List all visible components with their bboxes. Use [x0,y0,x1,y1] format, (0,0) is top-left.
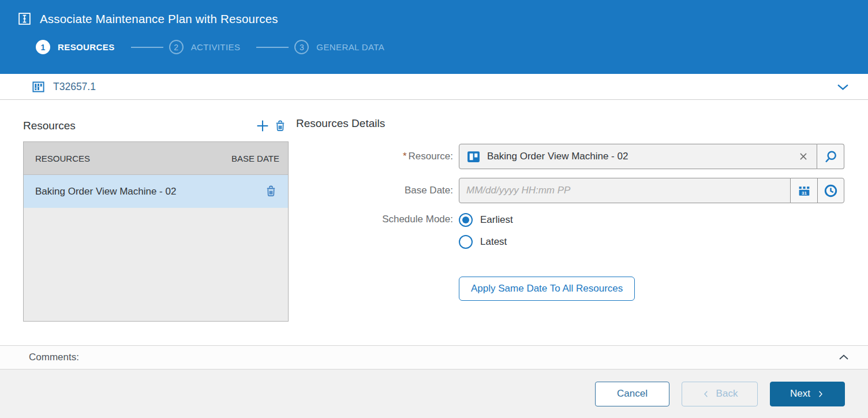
page-title: Associate Maintenance Plan with Resource… [40,12,278,26]
resources-table: RESOURCES BASE DATE Baking Order View Ma… [23,141,289,322]
wizard-stepper: 1 RESOURCES 2 ACTIVITIES 3 GENERAL DATA [36,40,868,54]
plan-chart-icon [32,80,45,94]
resource-label: *Resource: [296,151,459,162]
dialog-footer: Cancel Back Next [0,370,868,418]
step-connector [256,47,289,48]
resources-table-header: RESOURCES BASE DATE [24,142,288,175]
schedule-mode-options: Earliest Latest [459,212,513,249]
required-marker: * [403,151,407,162]
main-content: Resources [0,100,868,345]
step-connector [131,47,163,48]
calendar-picker-button[interactable]: 31 [791,178,818,203]
schedule-mode-row: Schedule Mode: Earliest Latest [296,212,844,249]
radio-latest[interactable]: Latest [459,235,513,249]
time-picker-button[interactable] [817,178,844,203]
column-header-base-date: BASE DATE [231,154,279,163]
radio-earliest-circle[interactable] [459,213,473,227]
add-resource-button[interactable] [254,117,271,135]
resource-search-button[interactable] [817,144,844,169]
resources-panel-title: Resources [23,120,254,132]
chevron-up-icon[interactable] [837,350,851,364]
column-header-resources: RESOURCES [35,154,231,163]
step-resources[interactable]: 1 RESOURCES [36,40,115,54]
step-activities[interactable]: 2 ACTIVITIES [169,40,241,54]
base-date-field-row: Base Date: 31 [296,178,844,203]
resources-details-section: Resources Details *Resource: Baking Or [289,115,844,345]
radio-earliest[interactable]: Earliest [459,213,513,227]
resources-list-section: Resources [23,115,289,345]
base-date-label: Base Date: [296,185,459,196]
resource-type-icon [466,150,481,164]
details-title: Resources Details [296,117,844,130]
schedule-mode-label: Schedule Mode: [296,212,459,225]
clear-resource-icon[interactable] [797,150,810,163]
chevron-down-icon[interactable] [835,79,851,95]
resource-row-name: Baking Order View Machine - 02 [35,186,262,197]
resource-value: Baking Order View Machine - 02 [487,151,791,162]
step-number: 1 [36,40,50,54]
cancel-button[interactable]: Cancel [595,382,669,406]
associate-maintenance-plan-dialog: Associate Maintenance Plan with Resource… [0,0,868,418]
plan-id[interactable]: T32657.1 [53,81,96,93]
apply-same-date-button[interactable]: Apply Same Date To All Resources [459,277,635,301]
step-label: RESOURCES [58,42,115,52]
resource-input[interactable]: Baking Order View Machine - 02 [459,144,817,169]
maintenance-plan-icon [17,12,32,26]
step-number: 3 [294,40,309,54]
step-number: 2 [169,40,184,54]
dialog-header: Associate Maintenance Plan with Resource… [0,0,868,74]
svg-text:31: 31 [802,190,807,195]
resource-field-row: *Resource: Baking Order View Machine - 0… [296,144,844,169]
radio-latest-circle[interactable] [459,235,473,249]
row-delete-button[interactable] [262,183,279,200]
step-label: GENERAL DATA [316,42,384,52]
chevron-right-icon [816,390,825,398]
back-button[interactable]: Back [682,382,758,406]
comments-label: Comments: [29,352,79,363]
base-date-input[interactable] [459,178,791,203]
plan-bar: T32657.1 [0,74,868,100]
next-button[interactable]: Next [770,382,845,406]
table-row[interactable]: Baking Order View Machine - 02 [24,175,288,208]
step-general-data[interactable]: 3 GENERAL DATA [294,40,384,54]
comments-bar: Comments: [0,345,868,370]
step-label: ACTIVITIES [191,42,241,52]
chevron-left-icon [702,390,710,398]
delete-resource-button[interactable] [271,117,289,135]
